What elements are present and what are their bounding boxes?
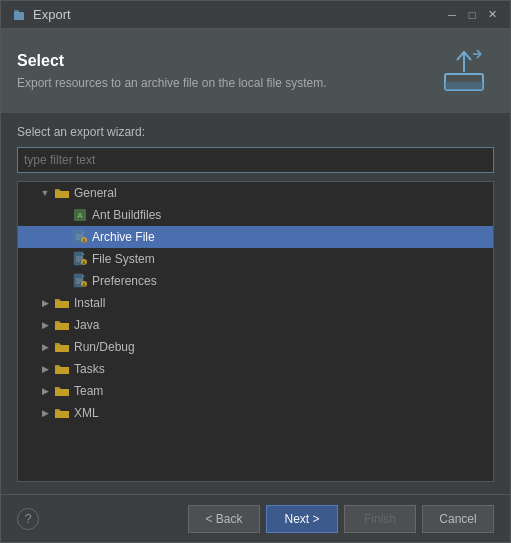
expander-install[interactable]: ▶ [38,296,52,310]
filter-input[interactable] [17,147,494,173]
expander-preferences [56,274,70,288]
tree-item-java[interactable]: ▶ Java [18,314,493,336]
window-icon [11,7,27,23]
title-bar-controls: ─ □ ✕ [444,7,500,23]
content-area: Select an export wizard: ▼ General A Ant… [1,113,510,494]
expander-ant-buildfiles [56,208,70,222]
export-window: Export ─ □ ✕ Select Export resources to … [0,0,511,543]
minimize-button[interactable]: ─ [444,7,460,23]
expander-archive-file [56,230,70,244]
svg-marker-19 [82,252,85,255]
svg-rect-33 [55,323,69,330]
expander-run-debug[interactable]: ▶ [38,340,52,354]
header-area: Select Export resources to an archive fi… [1,29,510,113]
header-title: Select [17,52,434,70]
tree-item-team[interactable]: ▶ Team [18,380,493,402]
cancel-button[interactable]: Cancel [422,505,494,533]
label-tasks: Tasks [74,362,105,376]
label-xml: XML [74,406,99,420]
svg-rect-36 [55,389,69,396]
tree-item-run-debug[interactable]: ▶ Run/Debug [18,336,493,358]
maximize-button[interactable]: □ [464,7,480,23]
tree-item-xml[interactable]: ▶ XML [18,402,493,424]
expander-team[interactable]: ▶ [38,384,52,398]
icon-install [54,295,70,311]
svg-rect-1 [14,10,19,13]
label-install: Install [74,296,105,310]
icon-tasks [54,361,70,377]
header-description: Export resources to an archive file on t… [17,76,434,90]
svg-rect-8 [55,191,69,198]
label-file-system: File System [92,252,155,266]
icon-file-system: A [72,251,88,267]
footer-buttons: < Back Next > Finish Cancel [188,505,494,533]
tree-item-file-system[interactable]: A File System [18,248,493,270]
wizard-label: Select an export wizard: [17,125,494,139]
svg-rect-34 [55,345,69,352]
finish-button[interactable]: Finish [344,505,416,533]
tree-container[interactable]: ▼ General A Ant Buildfiles A Archive Fil… [17,181,494,482]
tree-item-preferences[interactable]: A Preferences [18,270,493,292]
label-run-debug: Run/Debug [74,340,135,354]
label-ant-buildfiles: Ant Buildfiles [92,208,161,222]
svg-marker-26 [82,274,85,277]
svg-text:A: A [77,211,83,220]
tree-item-general[interactable]: ▼ General [18,182,493,204]
icon-java [54,317,70,333]
svg-rect-37 [55,411,69,418]
tree-item-install[interactable]: ▶ Install [18,292,493,314]
expander-tasks[interactable]: ▶ [38,362,52,376]
label-java: Java [74,318,99,332]
icon-xml [54,405,70,421]
header-icon [434,41,494,101]
icon-team [54,383,70,399]
back-button[interactable]: < Back [188,505,260,533]
icon-ant-buildfiles: A [72,207,88,223]
icon-archive-file: A [72,229,88,245]
svg-marker-12 [82,230,85,233]
icon-preferences: A [72,273,88,289]
expander-general[interactable]: ▼ [38,186,52,200]
tree-item-archive-file[interactable]: A Archive File [18,226,493,248]
label-archive-file: Archive File [92,230,155,244]
expander-file-system [56,252,70,266]
footer: ? < Back Next > Finish Cancel [1,494,510,542]
close-button[interactable]: ✕ [484,7,500,23]
label-team: Team [74,384,103,398]
svg-rect-35 [55,367,69,374]
expander-java[interactable]: ▶ [38,318,52,332]
window-title: Export [33,7,71,22]
icon-run-debug [54,339,70,355]
svg-rect-0 [14,12,24,20]
label-preferences: Preferences [92,274,157,288]
svg-rect-3 [445,82,483,90]
help-button[interactable]: ? [17,508,39,530]
icon-general [54,185,70,201]
svg-rect-32 [55,301,69,308]
tree-item-ant-buildfiles[interactable]: A Ant Buildfiles [18,204,493,226]
label-general: General [74,186,117,200]
title-bar: Export ─ □ ✕ [1,1,510,29]
tree-item-tasks[interactable]: ▶ Tasks [18,358,493,380]
next-button[interactable]: Next > [266,505,338,533]
expander-xml[interactable]: ▶ [38,406,52,420]
